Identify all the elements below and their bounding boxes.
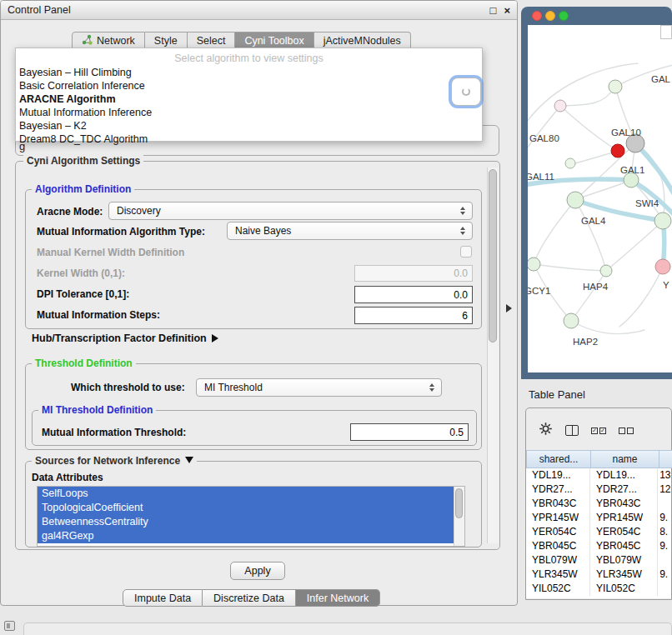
bottom-tab-impute-data[interactable]: Impute Data [123, 589, 203, 607]
node-label-gal: GAL [651, 74, 671, 84]
network-edge[interactable] [571, 321, 644, 334]
table-row[interactable]: YLR345WYLR345W9. [526, 568, 671, 582]
apply-button[interactable]: Apply [230, 562, 285, 580]
zoom-traffic-light[interactable] [559, 11, 569, 21]
table-cell: YBR043C [590, 497, 658, 511]
network-node[interactable] [554, 100, 566, 112]
node-label-gal11: GAL11 [528, 172, 554, 182]
panel-splitter-handle[interactable] [506, 304, 512, 312]
attribute-list-scrollbar-thumb[interactable] [455, 488, 463, 518]
stepper-arrows-icon [459, 227, 466, 235]
column-header-2[interactable] [659, 450, 672, 468]
node-label-gal1: GAL1 [620, 165, 644, 175]
algorithm-option-bayesian-k2[interactable]: Bayesian – K2 [16, 119, 482, 132]
table-cell: 9. [658, 568, 671, 582]
network-edge[interactable] [560, 87, 615, 106]
algorithm-refresh-button[interactable] [451, 78, 481, 106]
stepper-arrows-icon [428, 383, 435, 392]
float-window-button[interactable]: □ [490, 5, 497, 16]
close-window-button[interactable]: × [504, 5, 510, 16]
expand-right-icon [212, 334, 218, 342]
attribute-item-selfloops[interactable]: SelfLoops [38, 487, 454, 501]
mi-type-select[interactable]: Naive Bayes [227, 222, 473, 240]
network-node[interactable] [600, 265, 612, 277]
table-row[interactable]: YBL079WYBL079W [526, 553, 671, 568]
algorithm-option-basic-correlation-inference[interactable]: Basic Correlation Inference [16, 79, 482, 92]
settings-scrollbar-thumb[interactable] [489, 169, 497, 342]
network-edge[interactable] [619, 267, 663, 327]
cyni-settings-title: Cyni Algorithm Settings [23, 155, 143, 167]
table-row[interactable]: YBR043CYBR043C [526, 497, 671, 511]
hub-section-toggle[interactable]: Hub/Transcription Factor Definition [32, 332, 218, 344]
sources-toggle[interactable]: Sources for Network Inference [32, 455, 197, 467]
bottom-tab-bar: Impute DataDiscretize DataInfer Network [123, 589, 380, 607]
algorithm-option-dream8-dc-tdc-algorithm[interactable]: Dream8 DC_TDC Algorithm [16, 132, 482, 146]
network-edge[interactable] [635, 143, 664, 221]
table-row[interactable]: YPR145WYPR145W9. [526, 511, 671, 525]
attribute-item-topologicalcoefficient[interactable]: TopologicalCoefficient [38, 501, 454, 515]
network-node[interactable] [654, 212, 671, 229]
network-canvas[interactable]: GALGAL80GAL10GAL11GAL1SWI4GAL4GCY1HAP4HA… [528, 25, 672, 372]
table-cell: 9. [658, 539, 671, 553]
mi-type-value: Naive Bayes [235, 225, 459, 237]
attribute-item-betweennesscentrality[interactable]: BetweennessCentrality [38, 515, 454, 529]
network-edge[interactable] [575, 180, 631, 200]
network-edge[interactable] [571, 271, 606, 321]
manual-kernel-checkbox[interactable] [460, 246, 472, 258]
node-label-swi4: SWI4 [635, 198, 659, 208]
dpi-tolerance-input[interactable]: 0.0 [354, 286, 473, 303]
table-cell: YER054C [526, 525, 590, 539]
column-header-shared[interactable]: shared... [526, 450, 591, 468]
kernel-width-input[interactable]: 0.0 [354, 265, 473, 282]
table-row[interactable]: YIL052CYIL052C [526, 582, 671, 596]
network-edge[interactable] [606, 221, 663, 271]
table-cell [658, 497, 671, 511]
table-toolbar: ✓✓ [539, 422, 634, 439]
algorithm-dropdown-popup: Select algorithm to view settings Bayesi… [15, 48, 483, 142]
network-node[interactable] [655, 259, 670, 274]
network-edge[interactable] [528, 106, 560, 152]
mi-steps-input[interactable]: 6 [354, 307, 473, 324]
algorithm-option-aracne-algorithm[interactable]: ARACNE Algorithm [16, 92, 482, 106]
bottom-tab-discretize-data[interactable]: Discretize Data [203, 589, 296, 607]
minimize-traffic-light[interactable] [545, 11, 555, 21]
column-header-name[interactable]: name [591, 450, 659, 468]
network-node[interactable] [609, 80, 622, 93]
dpi-tolerance-label: DPI Tolerance [0,1]: [37, 288, 129, 300]
algorithm-option-bayesian-hill-climbing[interactable]: Bayesian – Hill Climbing [16, 66, 482, 79]
gear-icon[interactable] [539, 422, 553, 439]
network-edge[interactable] [534, 200, 575, 264]
network-edge[interactable] [560, 106, 618, 151]
network-node[interactable] [528, 258, 540, 271]
table-row[interactable]: YDL19...YDL19...13 [526, 468, 671, 482]
control-panel-titlebar[interactable]: Control Panel □ × [1, 1, 517, 20]
network-node[interactable] [565, 158, 575, 168]
which-threshold-select[interactable]: MI Threshold [196, 378, 442, 397]
aracne-mode-select[interactable]: Discovery [108, 202, 473, 220]
attribute-list[interactable]: SelfLoopsTopologicalCoefficientBetweenne… [37, 486, 465, 547]
network-node[interactable] [567, 192, 584, 208]
network-graph[interactable]: GALGAL80GAL10GAL11GAL1SWI4GAL4GCY1HAP4HA… [528, 25, 672, 372]
mi-threshold-input[interactable]: 0.5 [350, 423, 469, 441]
attribute-list-scrollbar[interactable] [454, 487, 464, 546]
network-node[interactable] [564, 313, 579, 328]
algorithm-option-mutual-information-inference[interactable]: Mutual Information Inference [16, 106, 482, 119]
close-traffic-light[interactable] [532, 11, 542, 21]
network-edge[interactable] [528, 63, 638, 125]
attribute-item-gal4rgexp[interactable]: gal4RGexp [38, 529, 454, 543]
table-cell: YPR145W [526, 511, 590, 525]
table-row[interactable]: YDR27...YDR27...12 [526, 482, 671, 497]
settings-scrollbar[interactable] [487, 168, 499, 543]
table-row[interactable]: YBR045CYBR045C9. [526, 539, 671, 553]
table-row[interactable]: YER054CYER054C8. [526, 525, 671, 539]
collapsed-bottom-panel[interactable] [23, 622, 672, 635]
network-edge[interactable] [534, 264, 606, 271]
network-edge[interactable] [575, 200, 606, 271]
restore-panel-icon[interactable] [4, 621, 15, 631]
table-cell: YDR27... [526, 482, 590, 497]
select-all-icon[interactable]: ✓✓ [591, 428, 606, 434]
network-node[interactable] [611, 144, 624, 158]
deselect-all-icon[interactable] [619, 428, 634, 434]
columns-icon[interactable] [565, 425, 579, 436]
bottom-tab-infer-network[interactable]: Infer Network [296, 589, 380, 607]
